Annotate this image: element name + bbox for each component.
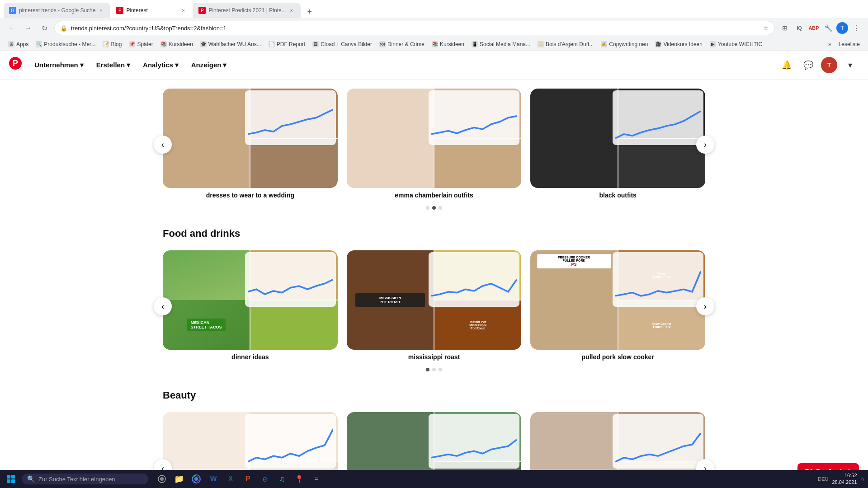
bookmark-12[interactable]: ✍ Copywriting neu: [598, 40, 651, 48]
iq-icon[interactable]: IQ: [793, 22, 806, 34]
nav-menu-analytics[interactable]: Analytics ▾: [137, 57, 184, 73]
food-card-2-label: mississippi roast: [347, 350, 522, 362]
bookmark-9[interactable]: 📚 Kursideen: [429, 40, 467, 48]
food-img-main-2: MISSISSIPPIPOT ROAST: [347, 250, 434, 350]
food-img-main-1: MEXICANSTREET TACOS: [163, 250, 250, 350]
reading-mode-button[interactable]: Leseliste: [836, 40, 863, 48]
account-dropdown-arrow[interactable]: ▾: [841, 56, 859, 74]
bookmark-favicon: 📚: [160, 41, 167, 47]
address-bar-row: ← → ↻ 🔒 trends.pinterest.com/?country=US…: [0, 18, 868, 38]
bookmarks-more-button[interactable]: »: [826, 40, 834, 48]
browser-tab-3[interactable]: P Pinterest Predicts 2021 | Pinte... ×: [193, 3, 300, 18]
taskbar-app-excel[interactable]: X: [222, 471, 239, 487]
food-dot-1[interactable]: [426, 368, 429, 371]
bookmark-8[interactable]: 🍽 Dinner & Crime: [377, 40, 427, 48]
bookmark-6[interactable]: 📄 PDF Report: [266, 40, 308, 48]
fashion-card-3[interactable]: black outfits: [530, 89, 705, 201]
taskbar-app-spotify[interactable]: ♫: [274, 471, 290, 487]
fashion-img-main-3: [530, 89, 617, 188]
nav-menu-anzeigen[interactable]: Anzeigen ▾: [186, 57, 232, 73]
food-dot-2[interactable]: [432, 368, 436, 371]
tab-title-1: pinterest trends - Google Suche: [19, 7, 95, 14]
food-card-2[interactable]: MISSISSIPPIPOT ROAST Instant PotMississi…: [347, 250, 522, 362]
svg-text:P: P: [13, 59, 18, 68]
bookmark-1[interactable]: 🔍 Produktsuche - Mer...: [33, 40, 98, 48]
fashion-dot-3[interactable]: [439, 206, 442, 210]
address-bar[interactable]: 🔒 trends.pinterest.com/?country=US&topTr…: [54, 21, 775, 35]
food-next-button[interactable]: ›: [696, 297, 714, 315]
svg-point-5: [194, 477, 198, 481]
svg-point-3: [160, 477, 164, 481]
profile-button[interactable]: T: [836, 22, 848, 34]
pinterest-app: P Unternehmen ▾ Erstellen ▾ Analytics ▾ …: [0, 51, 868, 488]
back-button[interactable]: ←: [5, 22, 18, 34]
taskbar-layout-indicator: DEU: [818, 476, 828, 482]
food-card-2-image: MISSISSIPPIPOT ROAST Instant PotMississi…: [347, 250, 522, 350]
taskbar-app-powerpoint[interactable]: P: [240, 471, 256, 487]
bookmark-apps[interactable]: ⊞ Apps: [5, 40, 31, 48]
bookmark-4[interactable]: 📚 Kursideen: [158, 40, 196, 48]
bookmark-2[interactable]: 📝 Blog: [100, 40, 124, 48]
extensions-icon[interactable]: ⊞: [778, 22, 791, 34]
pinterest-logo-icon: P: [9, 57, 22, 73]
browser-tab-1[interactable]: G pinterest trends - Google Suche ×: [4, 3, 110, 18]
new-tab-button[interactable]: +: [303, 5, 316, 18]
fashion-card-1-label: dresses to wear to a wedding: [163, 188, 338, 201]
food-img-sm-1b: [250, 300, 337, 350]
taskbar-search-bar[interactable]: 🔍 Zur Suche Text hier eingeben: [22, 474, 148, 484]
bookmark-favicon: ✍: [601, 41, 607, 47]
user-avatar[interactable]: T: [821, 57, 837, 73]
reload-button[interactable]: ↻: [38, 22, 51, 34]
taskbar-app-edge[interactable]: e: [257, 471, 273, 487]
fashion-chart-2: [429, 90, 519, 145]
beauty-chart-2: [429, 414, 519, 469]
bookmark-13[interactable]: 🎥 Videokurs Ideen: [652, 40, 705, 48]
nav-menu-erstellen[interactable]: Erstellen ▾: [91, 57, 136, 73]
messages-button[interactable]: 💬: [799, 56, 817, 74]
tab-close-3[interactable]: ×: [288, 7, 295, 14]
browser-tab-2[interactable]: P Pinterest ×: [111, 3, 192, 18]
tab-close-1[interactable]: ×: [97, 7, 104, 14]
notifications-button[interactable]: 🔔: [778, 56, 796, 74]
fashion-dot-2[interactable]: [432, 206, 436, 210]
bookmark-14[interactable]: ▶ Youtube WICHTIG: [707, 40, 765, 48]
taskbar-right: DEU 16:52 28.04.2021 ⌂: [818, 472, 864, 486]
taskbar-app-calculator[interactable]: =: [308, 471, 325, 487]
fashion-card-1[interactable]: dresses to wear to a wedding: [163, 89, 338, 201]
notification-area[interactable]: ⌂: [861, 475, 864, 483]
bookmark-star-icon[interactable]: ☆: [763, 24, 769, 32]
pinterest-logo[interactable]: P: [9, 57, 22, 73]
bookmark-10[interactable]: 📱 Social Media Mana...: [469, 40, 533, 48]
bookmark-5[interactable]: 🎓 Wahlfächer WU Aus...: [198, 40, 264, 48]
food-card-3[interactable]: PRESSURE COOKERPULLED PORKPS FlowerPulle…: [530, 250, 705, 362]
fashion-dot-1[interactable]: [426, 206, 429, 210]
fashion-card-2[interactable]: emma chamberlain outfits: [347, 89, 522, 201]
bookmark-favicon: 📄: [269, 41, 275, 47]
more-menu-icon[interactable]: ⋮: [850, 22, 863, 34]
fashion-prev-button[interactable]: ‹: [154, 136, 172, 154]
food-card-1[interactable]: MEXICANSTREET TACOS: [163, 250, 338, 362]
nav-menu-unternehmen[interactable]: Unternehmen ▾: [29, 57, 89, 73]
bookmark-favicon: 📚: [432, 41, 438, 47]
taskbar-search-icon: 🔍: [27, 475, 35, 483]
start-button[interactable]: [4, 472, 18, 486]
taskbar-app-file-explorer[interactable]: 📁: [171, 471, 187, 487]
taskbar-app-word[interactable]: W: [205, 471, 222, 487]
food-prev-button[interactable]: ‹: [154, 297, 172, 315]
food-dot-3[interactable]: [439, 368, 442, 371]
fashion-cards-wrapper: ‹: [163, 89, 705, 201]
taskbar-app-cortana[interactable]: [154, 471, 170, 487]
fashion-card-3-image: [530, 89, 705, 188]
tab-close-2[interactable]: ×: [179, 7, 187, 14]
taskbar-app-maps[interactable]: 📍: [291, 471, 307, 487]
forward-button[interactable]: →: [22, 22, 34, 34]
adblock-icon[interactable]: ABP: [807, 22, 820, 34]
bookmark-7[interactable]: 🖼 Cload + Canva Bilder: [310, 40, 375, 48]
fashion-card-2-image: [347, 89, 522, 188]
bookmark-3[interactable]: 📌 Später: [126, 40, 156, 48]
bookmark-11[interactable]: ✨ Bois d'Argent Duft...: [535, 40, 596, 48]
misc-icon[interactable]: 🔧: [822, 22, 835, 34]
fashion-next-button[interactable]: ›: [696, 136, 714, 154]
taskbar-app-chrome[interactable]: [188, 471, 204, 487]
food-card-3-image: PRESSURE COOKERPULLED PORKPS FlowerPulle…: [530, 250, 705, 350]
